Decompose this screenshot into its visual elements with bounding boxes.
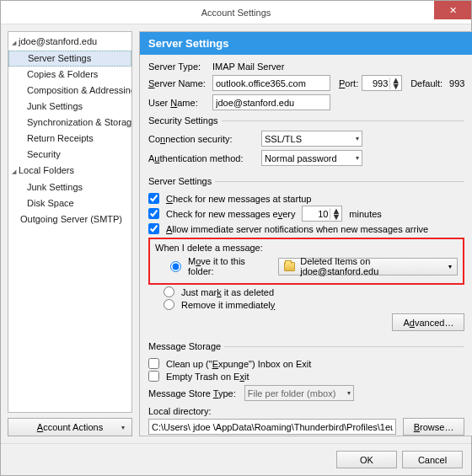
account-settings-dialog: Account Settings ✕ jdoe@stanford.edu Ser… — [0, 0, 472, 476]
account-tree[interactable]: jdoe@stanford.edu Server Settings Copies… — [8, 31, 132, 413]
tree-item-server-settings[interactable]: Server Settings — [8, 51, 131, 67]
default-port-label: Default: — [410, 78, 442, 88]
folder-icon — [284, 262, 295, 271]
connection-security-label: Connection security: — [148, 134, 258, 144]
port-input[interactable] — [362, 76, 389, 90]
local-directory-input[interactable] — [148, 419, 396, 435]
allow-notifications-checkbox[interactable] — [148, 223, 159, 234]
empty-trash-label: Empty Trash on Exit — [166, 372, 249, 382]
account-actions-button[interactable]: Account Actions ▾ — [8, 418, 132, 436]
tree-item-lf-junk[interactable]: Junk Settings — [8, 179, 131, 195]
server-settings-legend: Server Settings — [148, 176, 215, 186]
server-name-label: Server Name: — [148, 78, 209, 88]
check-every-label-post: minutes — [349, 209, 382, 219]
chevron-down-icon: ▾ — [352, 154, 359, 162]
titlebar: Account Settings ✕ — [1, 1, 471, 24]
delete-folder-value: Deleted Items on jdoe@stanford.edu — [300, 256, 443, 276]
tree-item-outgoing-smtp[interactable]: Outgoing Server (SMTP) — [8, 211, 131, 227]
cleanup-inbox-checkbox[interactable] — [148, 358, 159, 369]
connection-security-select[interactable]: SSL/TLS▾ — [261, 131, 362, 147]
message-storage-group: Message Storage Clean up ("Expunge") Inb… — [148, 341, 464, 436]
server-settings-group: Server Settings Check for new messages a… — [148, 176, 464, 336]
dialog-footer: OK Cancel — [1, 443, 471, 475]
main-panel: Server Settings Server Type: IMAP Mail S… — [139, 31, 472, 436]
store-type-label: Message Store Type: — [148, 388, 236, 398]
allow-notifications-label: Allow immediate server notifications whe… — [166, 224, 428, 234]
tree-local-folders-root[interactable]: Local Folders — [8, 163, 131, 179]
close-icon: ✕ — [449, 5, 457, 16]
check-every-spinner[interactable]: ▲▼ — [302, 206, 342, 222]
tree-item-copies-folders[interactable]: Copies & Folders — [8, 67, 131, 83]
check-startup-label: Check for new messages at startup — [166, 194, 311, 204]
message-storage-legend: Message Storage — [148, 341, 224, 351]
server-name-input[interactable] — [212, 75, 330, 91]
delete-remove-label: Remove it immediately — [181, 300, 275, 310]
server-type-value: IMAP Mail Server — [212, 62, 284, 72]
delete-folder-select[interactable]: Deleted Items on jdoe@stanford.edu ▾ — [278, 258, 459, 275]
spinner-arrows-icon[interactable]: ▲▼ — [389, 78, 401, 89]
close-button[interactable]: ✕ — [434, 1, 471, 19]
default-port-value: 993 — [449, 78, 464, 88]
tree-account-root[interactable]: jdoe@stanford.edu — [8, 34, 131, 51]
caret-down-icon: ▾ — [121, 424, 125, 431]
user-name-input[interactable] — [212, 94, 330, 110]
delete-remove-radio[interactable] — [164, 299, 174, 310]
security-settings-group: Security Settings Connection security: S… — [148, 115, 464, 171]
spinner-arrows-icon[interactable]: ▲▼ — [330, 208, 341, 220]
delete-mark-radio[interactable] — [164, 286, 174, 297]
delete-move-label: Move it to this folder: — [188, 256, 270, 276]
delete-message-highlight: When I delete a message: Move it to this… — [148, 238, 464, 285]
check-every-input[interactable] — [303, 206, 330, 221]
check-every-checkbox[interactable] — [148, 208, 159, 219]
ok-button[interactable]: OK — [336, 451, 397, 468]
empty-trash-checkbox[interactable] — [148, 371, 159, 382]
user-name-label: User Name: — [148, 98, 209, 108]
check-every-label-pre: Check for new messages every — [166, 209, 295, 219]
port-spinner[interactable]: ▲▼ — [362, 75, 402, 91]
delete-mark-label: Just mark it as deleted — [181, 287, 274, 297]
chevron-down-icon: ▾ — [344, 389, 351, 397]
check-startup-checkbox[interactable] — [148, 193, 159, 204]
chevron-down-icon: ▾ — [352, 135, 359, 142]
local-directory-label: Local directory: — [148, 406, 464, 416]
delete-move-radio[interactable] — [170, 261, 181, 272]
browse-button[interactable]: Browse… — [403, 418, 465, 436]
auth-method-label: Authentication method: — [148, 153, 258, 163]
cleanup-inbox-label: Clean up ("Expunge") Inbox on Exit — [166, 359, 311, 369]
tree-item-sync-storage[interactable]: Synchronization & Storage — [8, 115, 131, 131]
account-actions-label: Account Actions — [37, 422, 103, 432]
tree-item-composition[interactable]: Composition & Addressing — [8, 83, 131, 99]
store-type-select: File per folder (mbox)▾ — [244, 385, 354, 401]
tree-item-return-receipts[interactable]: Return Receipts — [8, 131, 131, 147]
chevron-down-icon: ▾ — [448, 263, 452, 270]
delete-message-legend: When I delete a message: — [155, 243, 458, 253]
window-title: Account Settings — [201, 8, 271, 18]
cancel-button[interactable]: Cancel — [402, 451, 463, 468]
sidebar: jdoe@stanford.edu Server Settings Copies… — [8, 31, 132, 436]
tree-item-junk[interactable]: Junk Settings — [8, 99, 131, 115]
server-type-label: Server Type: — [148, 62, 209, 72]
panel-header: Server Settings — [140, 32, 472, 55]
advanced-button[interactable]: Advanced… — [392, 313, 464, 331]
auth-method-select[interactable]: Normal password▾ — [261, 150, 362, 166]
tree-item-lf-disk[interactable]: Disk Space — [8, 195, 131, 211]
tree-item-security[interactable]: Security — [8, 147, 131, 163]
security-legend: Security Settings — [148, 115, 222, 126]
port-label: Port: — [339, 78, 358, 88]
